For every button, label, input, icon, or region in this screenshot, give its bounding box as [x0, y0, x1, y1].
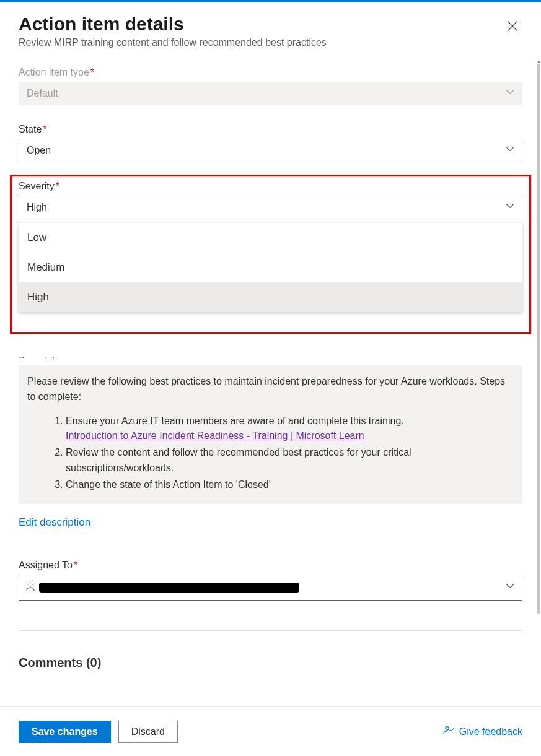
- dropdown-state-value: Open: [27, 145, 51, 156]
- field-assigned-to: Assigned To*: [19, 560, 522, 601]
- chevron-down-icon: [506, 88, 514, 99]
- header-texts: Action item details Review MIRP training…: [19, 14, 327, 48]
- severity-option-high[interactable]: High: [19, 282, 522, 312]
- give-feedback-label: Give feedback: [459, 726, 522, 737]
- comments-heading: Comments (0): [19, 656, 522, 670]
- discard-button[interactable]: Discard: [118, 721, 178, 743]
- svg-point-0: [29, 583, 32, 586]
- description-intro: Please review the following best practic…: [27, 374, 514, 405]
- required-asterisk: *: [43, 124, 46, 134]
- dropdown-severity-value: High: [27, 202, 47, 213]
- severity-option-medium[interactable]: Medium: [19, 253, 522, 282]
- description-step-2: Review the content and follow the recomm…: [66, 445, 514, 476]
- description-steps: Ensure your Azure IT team members are aw…: [27, 414, 514, 493]
- chevron-down-icon: [506, 202, 514, 213]
- dropdown-action-item-type-value: Default: [27, 88, 58, 99]
- dropdown-severity-list: Low Medium High: [19, 223, 522, 312]
- close-icon: [507, 20, 518, 34]
- label-description-obscured: Description: [19, 355, 522, 358]
- severity-option-low[interactable]: Low: [19, 223, 522, 253]
- action-item-panel: Action item details Review MIRP training…: [0, 2, 541, 670]
- scrollbar[interactable]: ▲: [536, 59, 541, 693]
- dropdown-action-item-type: Default: [19, 82, 522, 105]
- required-asterisk: *: [56, 181, 59, 191]
- dropdown-assigned-to[interactable]: [19, 575, 522, 601]
- label-assigned-to: Assigned To*: [19, 560, 522, 571]
- assigned-to-value-redacted: [39, 583, 299, 593]
- required-asterisk: *: [74, 560, 77, 570]
- required-asterisk: *: [90, 67, 94, 77]
- description-box: Please review the following best practic…: [19, 365, 522, 504]
- scrollbar-thumb[interactable]: [537, 64, 540, 614]
- field-severity: Severity* High Low Medium High: [19, 181, 522, 219]
- person-icon: [25, 581, 35, 594]
- save-changes-button[interactable]: Save changes: [19, 721, 111, 743]
- dropdown-state[interactable]: Open: [19, 139, 522, 162]
- label-state: State*: [19, 124, 522, 135]
- chevron-down-icon: [506, 582, 514, 593]
- field-action-item-type: Action item type* Default: [19, 67, 522, 105]
- edit-description-link[interactable]: Edit description: [19, 516, 90, 529]
- page-title: Action item details: [19, 14, 327, 35]
- field-state: State* Open: [19, 124, 522, 162]
- training-link[interactable]: Introduction to Azure Incident Readiness…: [66, 430, 364, 441]
- give-feedback-link[interactable]: Give feedback: [443, 725, 522, 739]
- form-content: Action item type* Default State* Open: [19, 67, 522, 670]
- footer-bar: Save changes Discard Give feedback: [0, 706, 541, 756]
- label-severity: Severity*: [19, 181, 522, 192]
- svg-point-1: [445, 726, 448, 729]
- panel-header: Action item details Review MIRP training…: [19, 2, 522, 48]
- close-button[interactable]: [503, 17, 522, 37]
- label-action-item-type: Action item type*: [19, 67, 522, 78]
- page-subtitle: Review MIRP training content and follow …: [19, 37, 327, 48]
- description-step-3: Change the state of this Action Item to …: [66, 477, 514, 493]
- description-step-1: Ensure your Azure IT team members are aw…: [66, 414, 514, 445]
- scroll-up-arrow-icon[interactable]: ▲: [536, 59, 541, 64]
- chevron-down-icon: [506, 145, 514, 156]
- feedback-icon: [443, 725, 459, 739]
- dropdown-severity[interactable]: High: [19, 196, 522, 219]
- section-divider: [19, 630, 522, 631]
